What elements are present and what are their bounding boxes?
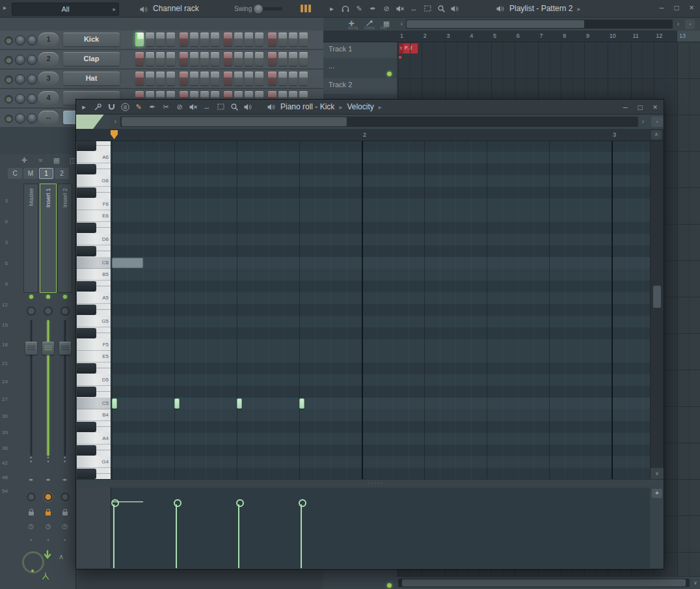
step-cell[interactable] — [278, 33, 287, 46]
step-cell[interactable] — [190, 72, 198, 85]
step-cell[interactable] — [255, 52, 263, 66]
detach-arrow-icon[interactable]: ▸ — [327, 4, 336, 13]
select-tool-icon[interactable] — [216, 102, 225, 111]
volume-knob[interactable] — [27, 94, 37, 104]
velocity-handle[interactable] — [299, 499, 306, 507]
step-cell[interactable] — [190, 33, 198, 46]
scroll-down-button[interactable]: ∨ — [651, 468, 664, 479]
paint-tool-icon[interactable]: ✒ — [148, 102, 157, 111]
fader-handle[interactable] — [59, 342, 71, 355]
fader-track[interactable] — [47, 320, 49, 456]
velocity-handle[interactable] — [236, 499, 244, 507]
record-headphones-icon[interactable] — [341, 4, 350, 13]
scrollbar-handle[interactable] — [402, 579, 686, 586]
channel-enable-led[interactable] — [5, 56, 13, 64]
step-cell[interactable] — [167, 72, 175, 85]
step-cell[interactable] — [245, 33, 253, 46]
piano-key-A#5[interactable] — [77, 281, 111, 292]
draw-tool-icon[interactable]: ✎ — [134, 102, 143, 111]
pan-knob[interactable] — [15, 74, 25, 85]
step-cell[interactable] — [289, 52, 297, 66]
stereo-separation-arrows[interactable]: ▴▾ — [30, 455, 32, 464]
step-cell[interactable] — [180, 72, 188, 85]
step-cell[interactable] — [234, 33, 243, 46]
track-label[interactable]: Track 1 — [329, 45, 352, 53]
channel-button-kick[interactable]: Kick — [63, 33, 120, 46]
clip-menu-icon[interactable]: ≡ — [399, 44, 403, 53]
step-cell[interactable] — [156, 33, 165, 46]
add-control-button[interactable]: + — [652, 489, 662, 498]
piano-roll-timeline[interactable]: ∧ 23 — [76, 129, 664, 141]
step-cell[interactable] — [211, 72, 219, 85]
channel-enable-led[interactable] — [5, 115, 13, 123]
step-cell[interactable] — [245, 72, 253, 85]
scrollbar-handle[interactable] — [407, 20, 584, 28]
slip-tool-icon[interactable]: ↔ — [202, 102, 211, 111]
piano-key-C#6[interactable] — [77, 245, 111, 257]
pan-knob[interactable] — [15, 35, 25, 46]
scrollbar-track[interactable] — [398, 579, 690, 587]
piano-key-E6[interactable]: E6 — [77, 210, 111, 222]
step-cell[interactable] — [211, 52, 219, 66]
pattern-clip[interactable]: ≡ P..2 — [398, 43, 418, 54]
step-cell[interactable] — [255, 72, 263, 85]
piano-key-A#6[interactable] — [77, 141, 111, 152]
velocity-bar[interactable] — [176, 504, 177, 568]
channel-number-display[interactable]: 2 — [38, 52, 59, 66]
playlist-timeline[interactable]: 12345678910111213 — [323, 31, 700, 42]
note-grid[interactable] — [111, 141, 650, 479]
step-cell[interactable] — [167, 52, 175, 66]
piano-key-A5[interactable]: A5 — [77, 292, 111, 304]
piano-key-F#5[interactable] — [77, 327, 111, 339]
slip-tool-icon[interactable]: ↔ — [409, 4, 418, 13]
velocity-handle[interactable] — [111, 499, 119, 507]
main-menu-icon[interactable] — [120, 102, 129, 111]
strip-name-box[interactable]: Master — [23, 184, 38, 293]
step-cell[interactable] — [278, 52, 287, 66]
track-activity-led[interactable] — [387, 72, 392, 76]
pan-arrows-icon[interactable]: ◂▸ — [62, 477, 67, 482]
fader-handle[interactable] — [42, 342, 54, 355]
pan-arrows-icon[interactable]: ◂▸ — [29, 477, 33, 482]
velocity-handle[interactable] — [174, 499, 182, 507]
piano-key-D6[interactable]: D6 — [77, 234, 111, 245]
step-cell[interactable] — [135, 52, 144, 66]
channel-number-display[interactable]: 4 — [38, 91, 59, 105]
strip-name-box[interactable]: Insert 2 — [57, 184, 72, 293]
piano-key-A#4[interactable] — [77, 421, 111, 433]
step-cell[interactable] — [135, 33, 144, 46]
zoom-tool-icon[interactable] — [437, 4, 446, 13]
velocity-lane[interactable] — [111, 487, 650, 568]
mixer-strip-master[interactable]: Master▴▾◂▸◷• — [23, 154, 38, 589]
scroll-up-button[interactable]: ∧ — [651, 130, 662, 139]
scrollbar-corner-button[interactable]: ▪ — [685, 20, 695, 29]
strip-mute-led[interactable] — [27, 307, 36, 316]
route-down-arrow-icon[interactable] — [43, 551, 52, 560]
piano-key-A6[interactable]: A6 — [77, 152, 111, 163]
step-cell[interactable] — [268, 72, 276, 85]
strip-record-led[interactable] — [61, 493, 69, 501]
step-cell[interactable] — [234, 72, 243, 85]
piano-key-G#5[interactable] — [77, 304, 111, 316]
piano-key-G6[interactable]: G6 — [77, 175, 111, 187]
step-cell[interactable] — [200, 33, 209, 46]
piano-key-D#6[interactable] — [77, 222, 111, 234]
playhead-marker[interactable] — [111, 130, 118, 139]
piano-key-B5[interactable]: B5 — [77, 269, 111, 281]
mixer-strip-insert-2[interactable]: Insert 2▴▾◂▸◷• — [57, 154, 72, 589]
delete-tool-icon[interactable]: ⊘ — [382, 4, 391, 13]
volume-knob[interactable] — [27, 113, 37, 124]
pan-knob[interactable] — [15, 113, 25, 124]
step-cell[interactable] — [268, 52, 276, 66]
piano-roll-vscrollbar[interactable]: ∨ — [650, 141, 664, 479]
channel-number-display[interactable]: 1 — [38, 33, 59, 46]
mode-label-chan[interactable]: CHAN — [364, 26, 375, 30]
step-cell[interactable] — [146, 72, 154, 85]
piano-key-G4[interactable]: G4 — [77, 456, 111, 468]
strip-mute-led[interactable] — [61, 307, 70, 316]
scroll-left-button[interactable]: ‹ — [112, 116, 119, 127]
piano-roll-target[interactable]: Velocity — [347, 102, 373, 111]
snap-magnet-icon[interactable] — [107, 102, 116, 111]
step-cell[interactable] — [299, 33, 308, 46]
stereo-separation-arrows[interactable]: ▴▾ — [47, 455, 49, 464]
